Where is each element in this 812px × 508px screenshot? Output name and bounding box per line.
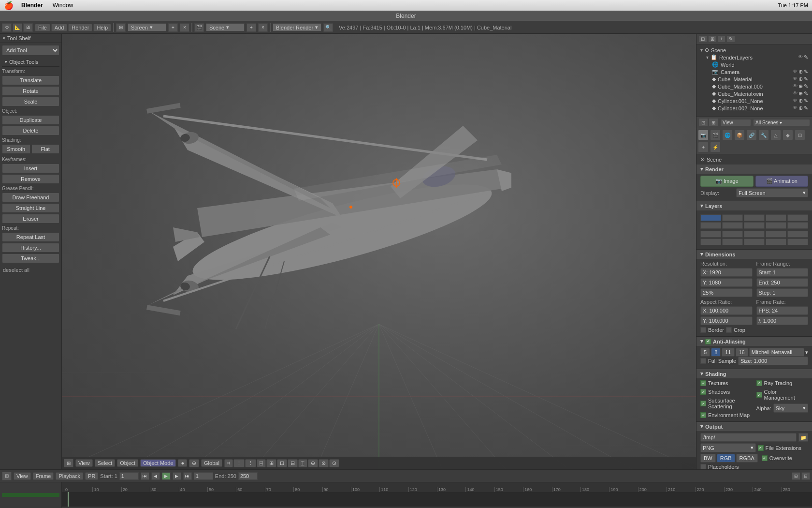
cam-eye[interactable]: 👁 (793, 69, 798, 75)
rlayer-10[interactable] (787, 239, 808, 245)
timeline-playback[interactable]: Playback (56, 472, 83, 480)
duplicate-btn[interactable]: Duplicate (2, 115, 59, 125)
output-header[interactable]: ▾ Output (696, 422, 812, 431)
draw-freehand-btn[interactable]: Draw Freehand (2, 193, 59, 202)
mat-render-3[interactable]: ⊕ (798, 98, 803, 104)
shadows-checkbox[interactable] (700, 389, 706, 395)
res-y[interactable]: Y: 1080 (700, 278, 753, 287)
rgb-btn[interactable]: RGB (717, 454, 735, 463)
format-dropdown[interactable]: PNG ▾ (700, 443, 756, 452)
prev-frame[interactable]: ◀ (151, 472, 160, 480)
texture-tab[interactable]: ⊡ (795, 130, 805, 140)
current-frame-input[interactable] (194, 472, 213, 480)
mat-render-2[interactable]: ⊕ (798, 90, 803, 97)
layer-2[interactable] (722, 214, 743, 221)
material-item-1[interactable]: ◆ Cube_Material.000 👁 ⊕ ✎ (696, 83, 812, 90)
fr-end[interactable]: End: 250 (756, 278, 809, 287)
dimensions-header[interactable]: ▾ Dimensions (696, 250, 812, 259)
aa-filter[interactable]: Mitchell-Netravali (749, 348, 804, 357)
all-scenes-dropdown[interactable]: All Scenes ▾ (753, 119, 810, 126)
constraint-tab[interactable]: 🔗 (746, 130, 757, 140)
rlayer-1[interactable] (700, 231, 721, 238)
jump-end[interactable]: ⏭ (183, 472, 192, 480)
output-path[interactable]: /tmp/ (700, 433, 797, 442)
fps-value[interactable]: FPS: 24 (756, 306, 809, 315)
rlayer-6[interactable] (700, 239, 721, 245)
mat-render-4[interactable]: ⊕ (798, 105, 803, 111)
add-menu[interactable]: Add (51, 24, 68, 31)
view-dropdown[interactable]: View (720, 119, 751, 126)
play-btn[interactable]: ▶ (162, 472, 171, 480)
res-pct[interactable]: 25% (700, 288, 753, 297)
aa-16[interactable]: 16 (736, 348, 748, 357)
scene-selector[interactable]: Scene ▾ (206, 23, 245, 31)
translate-btn[interactable]: Translate (2, 75, 59, 85)
material-item-0[interactable]: ◆ Cube_Material 👁 ⊕ ✎ (696, 75, 812, 83)
outliner-btn4[interactable]: ✎ (726, 35, 735, 43)
view-icon-2[interactable]: ⊞ (709, 118, 718, 127)
rlayer-8[interactable] (744, 239, 765, 245)
view-menu[interactable]: View (75, 459, 93, 467)
mat-eye-0[interactable]: 👁 (793, 76, 798, 82)
layer-7[interactable] (722, 222, 743, 229)
apple-menu[interactable]: 🍎 (4, 1, 14, 10)
file-menu[interactable]: File (35, 24, 50, 31)
animation-btn[interactable]: 🎬 Animation (755, 176, 809, 187)
layer-5[interactable] (787, 214, 808, 221)
eraser-btn[interactable]: Eraser (2, 214, 59, 224)
window-icon-2[interactable]: 📐 (13, 23, 22, 32)
smooth-btn[interactable]: Smooth (2, 144, 30, 154)
snap-btn-7[interactable]: ⊟ (288, 459, 298, 467)
mat-edit-4[interactable]: ✎ (804, 105, 808, 111)
env-checkbox[interactable] (700, 412, 706, 418)
mode-selector[interactable]: Object Mode (140, 459, 176, 467)
tl-btn-2[interactable]: ⊟ (801, 472, 810, 480)
world-tab[interactable]: 🌐 (722, 130, 733, 140)
size-field[interactable]: Size: 1.000 (738, 357, 808, 365)
rl-edit[interactable]: ✎ (804, 54, 808, 60)
material-item-3[interactable]: ◆ Cylinder.001_None 👁 ⊕ ✎ (696, 97, 812, 105)
tool-shelf-header[interactable]: ▾ Tool Shelf (0, 34, 61, 43)
mat-eye-4[interactable]: 👁 (793, 105, 798, 111)
alpha-dropdown[interactable]: Sky ▾ (773, 403, 808, 413)
snap-btn-3[interactable]: ⋮ (245, 459, 256, 467)
snap-btn-10[interactable]: ⊗ (319, 459, 329, 467)
ray-checkbox[interactable] (756, 380, 762, 386)
object-tab[interactable]: 📦 (734, 130, 745, 140)
aa-8[interactable]: 8 (711, 348, 721, 357)
path-browse[interactable]: 📁 (798, 433, 808, 442)
delete-btn[interactable]: Delete (2, 126, 59, 135)
blender-menu[interactable]: Blender (19, 2, 45, 9)
mat-edit-0[interactable]: ✎ (804, 76, 808, 82)
material-tab[interactable]: ◆ (783, 130, 793, 140)
rotate-btn[interactable]: Rotate (2, 86, 59, 96)
outliner-btn3[interactable]: + (718, 35, 725, 43)
fps-ratio[interactable]: /: 1.000 (756, 316, 809, 325)
layer-8[interactable] (744, 222, 765, 229)
bw-btn[interactable]: BW (700, 454, 716, 463)
rlayer-7[interactable] (722, 239, 743, 245)
render-tab[interactable]: 📷 (698, 130, 709, 140)
rgba-btn[interactable]: RGBA (736, 454, 758, 463)
cam-render[interactable]: ⊕ (798, 69, 803, 75)
aspect-x[interactable]: X: 100.000 (700, 306, 753, 315)
timeline-frame[interactable]: Frame (33, 472, 54, 480)
search-icon[interactable]: 🔍 (323, 23, 333, 32)
snap-btn-9[interactable]: ⊕ (308, 459, 318, 467)
snap-btn-5[interactable]: ⊞ (266, 459, 276, 467)
mat-render-0[interactable]: ⊕ (798, 76, 803, 82)
screen-selector[interactable]: Screen ▾ (128, 23, 166, 31)
scene-icon[interactable]: 🎬 (194, 23, 204, 32)
physics-tab[interactable]: ⚡ (710, 142, 721, 152)
start-frame-input[interactable] (119, 472, 139, 480)
snap-btn-6[interactable]: ⊡ (277, 459, 287, 467)
aa-header[interactable]: ▾ Anti-Aliasing (696, 337, 812, 346)
res-x[interactable]: X: 1920 (700, 268, 753, 277)
mat-eye-3[interactable]: 👁 (793, 98, 798, 104)
data-tab[interactable]: △ (770, 130, 781, 140)
modifier-tab[interactable]: 🔧 (758, 130, 769, 140)
layer-3[interactable] (744, 214, 765, 221)
scene-item[interactable]: ▾ ⊙ Scene (696, 46, 812, 54)
jump-start[interactable]: ⏮ (141, 472, 149, 480)
material-item-2[interactable]: ◆ Cube_Materialxwin 👁 ⊕ ✎ (696, 90, 812, 97)
